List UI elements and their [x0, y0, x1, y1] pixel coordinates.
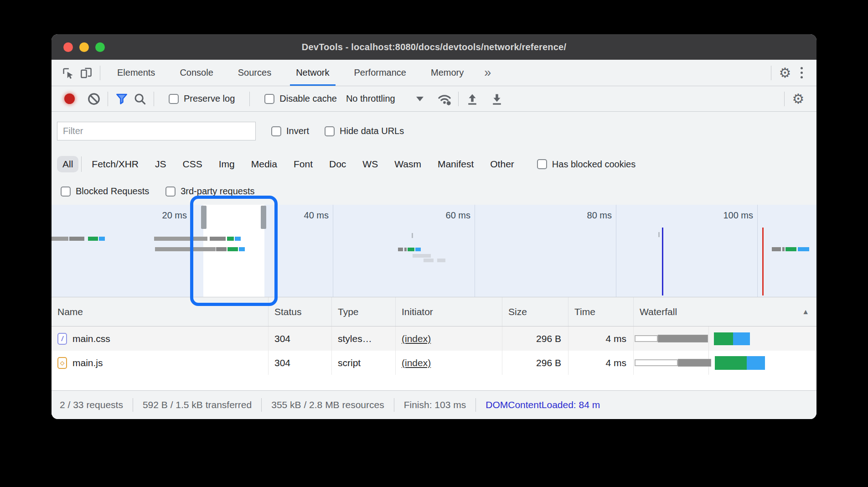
- overview-request-bar: [52, 237, 68, 241]
- overview-request-bar: [437, 259, 445, 262]
- invert-checkbox[interactable]: [271, 126, 281, 136]
- separator: [458, 92, 459, 106]
- record-network-log-button[interactable]: [64, 93, 75, 104]
- cell-time: 4 ms: [568, 351, 634, 375]
- separator: [108, 92, 108, 106]
- column-header-size[interactable]: Size: [502, 297, 568, 326]
- devtools-window: DevTools - localhost:8080/docs/devtools/…: [52, 34, 816, 419]
- overview-request-bar: [398, 248, 403, 251]
- column-header-initiator[interactable]: Initiator: [396, 297, 502, 326]
- tab-performance[interactable]: Performance: [342, 60, 419, 86]
- has-blocked-cookies-checkbox[interactable]: [537, 159, 547, 169]
- close-window-button[interactable]: [63, 42, 73, 52]
- type-filter-other[interactable]: Other: [485, 156, 520, 172]
- type-filter-doc[interactable]: Doc: [324, 156, 351, 172]
- column-header-type[interactable]: Type: [332, 297, 396, 326]
- overview-request-bar: [772, 247, 781, 251]
- type-filter-media[interactable]: Media: [246, 156, 283, 172]
- column-header-waterfall[interactable]: Waterfall ▲: [634, 297, 816, 326]
- zoom-window-button[interactable]: [95, 42, 105, 52]
- export-har-button[interactable]: [488, 90, 506, 108]
- separator: [133, 398, 133, 412]
- filter-toggle-button[interactable]: [113, 90, 131, 108]
- cell-status: 304: [269, 351, 332, 375]
- toggle-device-toolbar-button[interactable]: [77, 64, 95, 82]
- separator: [154, 92, 154, 106]
- separator: [249, 92, 250, 106]
- type-filter-js[interactable]: JS: [150, 156, 172, 172]
- minimize-window-button[interactable]: [79, 42, 89, 52]
- network-conditions-button[interactable]: [435, 90, 454, 108]
- tab-network[interactable]: Network: [284, 60, 341, 86]
- table-row-main-css[interactable]: / main.css 304 styles… (index) 296 B 4 m…: [52, 326, 816, 351]
- type-filter-img[interactable]: Img: [213, 156, 240, 172]
- resource-type-filters: All Fetch/XHR JS CSS Img Media Font Doc …: [52, 150, 816, 178]
- clear-network-log-button[interactable]: [85, 90, 103, 108]
- type-filter-wasm[interactable]: Wasm: [389, 156, 427, 172]
- tab-console[interactable]: Console: [167, 60, 225, 86]
- type-filter-font[interactable]: Font: [288, 156, 318, 172]
- tick-label-80ms: 80 ms: [587, 210, 616, 221]
- blocked-requests-checkbox[interactable]: [61, 187, 71, 197]
- gear-icon: ⚙: [792, 92, 805, 106]
- overview-request-bar: [413, 254, 431, 258]
- network-overview-timeline[interactable]: 20 ms 40 ms 60 ms 80 ms 100 ms: [52, 205, 816, 297]
- dot-icon: [801, 72, 803, 74]
- more-tabs-button[interactable]: »: [476, 66, 499, 80]
- disable-cache-checkbox[interactable]: [264, 94, 274, 104]
- type-filter-css[interactable]: CSS: [177, 156, 208, 172]
- network-settings-group: ⚙: [780, 90, 807, 108]
- separator: [394, 398, 394, 412]
- selection-highlight-box[interactable]: [190, 196, 278, 306]
- has-blocked-cookies-label: Has blocked cookies: [552, 159, 636, 170]
- type-filter-fetch-xhr[interactable]: Fetch/XHR: [86, 156, 144, 172]
- overview-request-bar: [88, 237, 98, 241]
- settings-button[interactable]: ⚙: [776, 64, 794, 82]
- waterfall-stalled-bar: [658, 335, 708, 342]
- domcontentloaded-event-line: [662, 228, 663, 295]
- cell-type: script: [332, 351, 396, 375]
- disable-cache-control: Disable cache: [264, 93, 337, 104]
- filter-row: Invert Hide data URLs: [52, 112, 816, 150]
- table-row-main-js[interactable]: ◇ main.js 304 script (index) 296 B 4 ms: [52, 351, 816, 375]
- gridline-60ms: [475, 205, 475, 297]
- separator: [784, 92, 785, 106]
- preserve-log-checkbox[interactable]: [169, 94, 179, 104]
- overview-request-bar: [782, 247, 785, 251]
- tab-elements[interactable]: Elements: [105, 60, 167, 86]
- cell-time: 4 ms: [568, 326, 634, 351]
- customize-devtools-button[interactable]: [794, 67, 809, 78]
- column-header-status[interactable]: Status: [269, 297, 332, 326]
- third-party-requests-control: 3rd-party requests: [165, 186, 254, 197]
- tab-sources[interactable]: Sources: [226, 60, 284, 86]
- cell-size: 296 B: [502, 351, 568, 375]
- network-settings-button[interactable]: ⚙: [789, 90, 807, 108]
- hide-data-urls-label: Hide data URLs: [340, 126, 404, 136]
- filter-funnel-icon: [115, 92, 129, 106]
- import-har-button[interactable]: [463, 90, 481, 108]
- third-party-requests-checkbox[interactable]: [165, 187, 176, 197]
- inspect-element-button[interactable]: [59, 64, 77, 82]
- panel-tabs: Elements Console Sources Network Perform…: [105, 60, 499, 86]
- overview-request-bar: [785, 247, 796, 251]
- column-header-time[interactable]: Time: [568, 297, 634, 326]
- js-file-icon: ◇: [57, 357, 67, 369]
- hide-data-urls-checkbox[interactable]: [325, 126, 335, 136]
- overview-request-bar: [408, 248, 414, 251]
- blocked-requests-label: Blocked Requests: [76, 186, 149, 197]
- filter-input[interactable]: [57, 122, 256, 140]
- waterfall-download-bar: [733, 332, 750, 345]
- waterfall-ttfb-bar: [714, 332, 733, 345]
- type-filter-all[interactable]: All: [57, 156, 78, 172]
- type-filter-manifest[interactable]: Manifest: [432, 156, 479, 172]
- sort-ascending-icon[interactable]: ▲: [802, 308, 809, 316]
- tab-memory[interactable]: Memory: [418, 60, 476, 86]
- initiator-link[interactable]: (index): [402, 357, 431, 368]
- cell-waterfall: [634, 326, 816, 351]
- type-filter-ws[interactable]: WS: [357, 156, 383, 172]
- initiator-link[interactable]: (index): [402, 333, 431, 344]
- chevron-down-icon[interactable]: [416, 97, 424, 101]
- throttling-select-value[interactable]: No throttling: [346, 93, 395, 104]
- search-button[interactable]: [131, 90, 149, 108]
- inspect-cursor-icon: [61, 66, 75, 80]
